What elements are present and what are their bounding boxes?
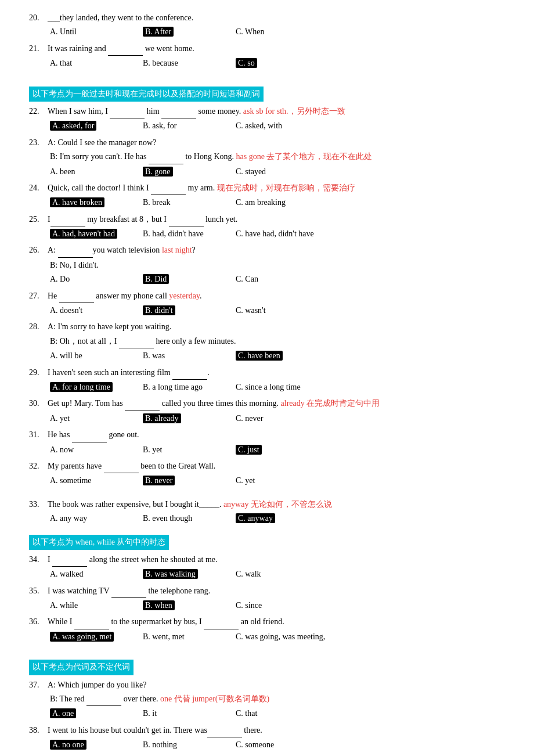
q38-num: 38. [29,724,48,737]
q23-optC[interactable]: C. stayed [236,165,323,178]
q20-num: 20. [29,12,48,24]
q21-optC[interactable]: C. so [236,57,323,70]
q30-optB[interactable]: B. already [143,412,230,425]
q25-optA[interactable]: A. had, haven't had [50,228,137,240]
q32-optB[interactable]: B. never [143,474,230,487]
q33-text: The book was rather expensive, but I bou… [48,498,505,511]
q25-text: I my breakfast at 8，but I lunch yet. [48,213,505,226]
q23-text: A: Could I see the manager now? [48,136,505,149]
q23-optA[interactable]: A. been [50,165,137,178]
q27-optA[interactable]: A. doesn't [50,304,137,317]
q22-text: When I saw him, I him some money. ask sb… [48,105,505,118]
q23-sub: B: I'm sorry you can't. He has to Hong K… [50,150,505,164]
q34-optC[interactable]: C. walk [236,568,323,581]
q32-text: My parents have been to the Great Wall. [48,460,505,473]
q37-num: 37. [29,679,48,692]
q28-optA[interactable]: A. will be [50,350,137,362]
q28-optB[interactable]: B. was [143,350,230,362]
q25-optB[interactable]: B. had, didn't have [143,228,230,240]
q29-optC[interactable]: C. since a long time [236,381,323,394]
question-25: 25. I my breakfast at 8，but I lunch yet.… [29,213,505,241]
q34-optB[interactable]: B. was walking [143,568,230,581]
q32-num: 32. [29,460,48,473]
question-22: 22. When I saw him, I him some money. as… [29,105,505,133]
q29-text: I haven't seen such an interesting film … [48,366,505,380]
q35-optC[interactable]: C. since [236,599,323,612]
q31-num: 31. [29,429,48,441]
q24-text: Quick, call the doctor! I think I my arm… [48,182,505,195]
question-27: 27. He answer my phone call yesterday. A… [29,290,505,318]
q24-optC[interactable]: C. am breaking [236,196,323,209]
q33-optB[interactable]: B. even though [143,512,230,525]
q29-optB[interactable]: B. a long time ago [143,381,230,394]
q26-optC[interactable]: C. Can [236,273,323,286]
q20-optB[interactable]: B. After [143,26,230,38]
q29-optA[interactable]: A. for a long time [50,381,137,394]
q35-text: I was watching TV the telephone rang. [48,585,505,598]
q20-optA[interactable]: A. Until [50,26,137,38]
question-28: 28. A: I'm sorry to have kept you waitin… [29,321,505,362]
q37-optC[interactable]: C. that [236,707,323,720]
q35-optB[interactable]: B. when [143,599,230,612]
q26-num: 26. [29,244,48,257]
q37-optA[interactable]: A. one [50,707,137,720]
q28-num: 28. [29,321,48,333]
question-20: 20. ___they landed, they went to the con… [29,12,505,39]
q32-optC[interactable]: C. yet [236,474,323,487]
q30-text: Get up! Mary. Tom has called you three t… [48,397,505,411]
q33-optC[interactable]: C. anyway [236,512,323,525]
q38-optB[interactable]: B. nothing [143,739,230,751]
q36-optA[interactable]: A. was going, met [50,631,137,643]
q36-optB[interactable]: B. went, met [143,631,230,643]
q22-num: 22. [29,105,48,118]
q26-optB[interactable]: B. Did [143,273,230,286]
q23-optB[interactable]: B. gone [143,165,230,178]
question-38: 38. I went to his house but couldn't get… [29,724,505,752]
q22-optC[interactable]: C. asked, with [236,120,323,132]
q25-num: 25. [29,213,48,226]
q30-optC[interactable]: C. never [236,412,323,425]
q35-optA[interactable]: A. while [50,599,137,612]
q31-optB[interactable]: B. yet [143,444,230,456]
q24-optA[interactable]: A. have broken [50,196,137,209]
q27-optC[interactable]: C. wasn't [236,304,323,317]
q21-optA[interactable]: A. that [50,57,137,70]
q27-optB[interactable]: B. didn't [143,304,230,317]
q24-optB[interactable]: B. break [143,196,230,209]
q36-num: 36. [29,615,48,628]
q28-optC[interactable]: C. have been [236,350,323,362]
q21-optB[interactable]: B. because [143,57,230,70]
question-37: 37. A: Which jumper do you like? B: The … [29,679,505,721]
q31-optA[interactable]: A. now [50,444,137,456]
q25-optC[interactable]: C. have had, didn't have [236,228,323,240]
question-29: 29. I haven't seen such an interesting f… [29,366,505,394]
q27-text: He answer my phone call yesterday. [48,290,505,303]
q23-num: 23. [29,136,48,149]
q31-text: He has gone out. [48,429,505,442]
q22-optA[interactable]: A. asked, for [50,120,137,132]
q20-text: ___they landed, they went to the confere… [48,12,505,24]
question-24: 24. Quick, call the doctor! I think I my… [29,182,505,210]
question-32: 32. My parents have been to the Great Wa… [29,460,505,488]
section3-header: 以下考点为代词及不定代词 [29,654,505,678]
q33-optA[interactable]: A. any way [50,512,137,525]
question-35: 35. I was watching TV the telephone rang… [29,585,505,613]
q22-optB[interactable]: B. ask, for [143,120,230,132]
q38-optC[interactable]: C. someone [236,739,323,751]
q31-optC[interactable]: C. just [236,444,323,456]
q34-optA[interactable]: A. walked [50,568,137,581]
q32-optA[interactable]: A. sometime [50,474,137,487]
q29-num: 29. [29,366,48,379]
q37-optB[interactable]: B. it [143,707,230,720]
q33-num: 33. [29,498,48,511]
q26-optA[interactable]: A. Do [50,273,137,286]
q20-optC[interactable]: C. When [236,26,323,38]
q38-optA[interactable]: A. no one [50,739,137,751]
question-26: 26. A: you watch television last night? … [29,244,505,286]
q21-num: 21. [29,42,48,55]
q36-text: While I to the supermarket by bus, I an … [48,615,505,629]
q30-optA[interactable]: A. yet [50,412,137,425]
section1-header: 以下考点为一般过去时和现在完成时以及搭配的时间短语和副词 [29,81,505,105]
q36-optC[interactable]: C. was going, was meeting, [236,631,325,643]
q27-num: 27. [29,290,48,303]
